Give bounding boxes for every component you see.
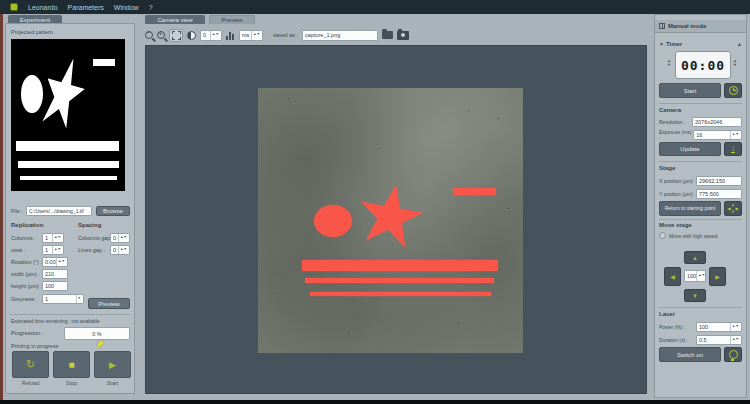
printing-status: Printing in progress (11, 343, 58, 349)
timer-display: 00:00 (675, 51, 731, 79)
x-position-label: X position (µm) : (659, 178, 696, 184)
timer-start-button[interactable]: Start (659, 83, 721, 98)
columns-gap-stepper[interactable]: 0▲▼ (110, 233, 130, 243)
rotation-stepper[interactable]: 0.00▲▼ (42, 257, 68, 267)
move-up-button[interactable]: ▲ (684, 251, 706, 264)
columns-gap-label: Columns gap : (78, 235, 113, 241)
stop-caption: Stop (53, 380, 90, 386)
chevron-down-icon: ▼ (76, 295, 81, 303)
power-label: Power (%) : (659, 324, 685, 330)
move-left-button[interactable]: ◀ (664, 267, 681, 286)
stop-icon: ■ (68, 359, 74, 370)
update-button[interactable]: Update (659, 142, 721, 156)
stop-button[interactable]: ■ (53, 351, 90, 378)
red-bar-2 (305, 278, 494, 283)
grid-icon (659, 23, 665, 29)
high-speed-label: Move with high speed (669, 233, 717, 239)
exposure-field[interactable]: 16▲▼ (693, 130, 742, 140)
timer-left-spinner[interactable]: ▲▼ (667, 59, 671, 67)
start-caption: Start (94, 380, 131, 386)
exposure-stepper[interactable]: ms▲▼ (239, 30, 263, 41)
y-position-field[interactable]: 775.500 (696, 189, 742, 199)
laser-bulb-button[interactable] (724, 347, 742, 362)
high-speed-checkbox[interactable] (659, 232, 666, 239)
contrast-icon[interactable] (187, 31, 196, 40)
reload-icon: ↻ (26, 358, 35, 371)
caret-down-icon[interactable]: ▼ (659, 41, 664, 47)
spinner-arrows-icon[interactable]: ▲▼ (251, 31, 260, 40)
red-rect (453, 188, 496, 195)
roi-toggle-button[interactable] (169, 29, 183, 42)
pattern-bar-1 (16, 141, 120, 152)
timer-right-spinner[interactable]: ▲▼ (733, 59, 737, 67)
switch-on-button[interactable]: Switch on (659, 347, 721, 362)
timer-clock-button[interactable] (724, 83, 742, 98)
spinner-arrows-icon[interactable]: ▲▼ (210, 31, 219, 40)
timer-title: Timer (666, 41, 682, 47)
pattern-star (35, 53, 92, 134)
camera-update-icon-button[interactable]: ↓ (724, 142, 742, 156)
spinner-arrows-icon[interactable]: ▲▼ (730, 336, 739, 344)
laser-title: Laser (659, 311, 675, 317)
zoom-level-stepper[interactable]: 0▲▼ (200, 30, 222, 41)
move-right-button[interactable]: ▶ (709, 267, 726, 286)
menu-item-window[interactable]: Window (114, 4, 139, 11)
capture-filename-field[interactable]: capture_1.png (302, 30, 378, 41)
divider (659, 161, 742, 162)
pattern-bar-2 (18, 161, 119, 169)
collapse-icon[interactable]: ▲ (737, 41, 742, 47)
panel-header: Manual mode (655, 20, 746, 33)
spinner-arrows-icon[interactable]: ▲▼ (56, 258, 65, 266)
preview-button[interactable]: Preview (88, 298, 130, 309)
duration-label: Duration (s) : (659, 337, 688, 343)
pattern-ellipse (21, 75, 43, 113)
open-folder-icon[interactable] (382, 31, 393, 39)
lines-gap-stepper[interactable]: 0▲▼ (110, 245, 130, 255)
spinner-arrows-icon[interactable]: ▲▼ (118, 246, 127, 254)
start-button[interactable]: ▶ (94, 351, 131, 378)
divider (659, 103, 742, 104)
red-bar-1 (302, 260, 498, 271)
menu-item-app[interactable]: Leonardo (28, 4, 58, 11)
tab-preview[interactable]: Preview (209, 15, 255, 24)
menu-item-help[interactable]: ? (149, 4, 153, 11)
camera-toolbar: − + 0▲▼ ms▲▼ saved as : capture_1.png (145, 27, 409, 43)
menu-item-parameters[interactable]: Parameters (68, 4, 104, 11)
greyness-dropdown[interactable]: 1▼ (42, 294, 84, 304)
control-panel: Manual mode ▼ Timer ▲ ▲▼ 00:00 ▲▼ Start … (654, 14, 747, 398)
reload-button[interactable]: ↻ (12, 351, 49, 378)
step-size-stepper[interactable]: 100▲▼ (684, 270, 706, 282)
divider (659, 307, 742, 308)
app-logo-icon (10, 3, 18, 11)
file-path-field[interactable]: C:/Users/.../drawing_1.tif (26, 206, 92, 216)
spinner-arrows-icon[interactable]: ▲▼ (696, 271, 705, 281)
camera-snapshot-icon[interactable] (397, 31, 409, 40)
return-start-button[interactable]: Return to starting point (659, 201, 721, 216)
stage-move-icon-button[interactable]: ▲▼ ◀▶ (724, 201, 742, 216)
histogram-icon[interactable] (226, 31, 235, 40)
clock-icon (729, 86, 738, 95)
move-down-button[interactable]: ▼ (684, 289, 706, 302)
resolution-label: Resolution : (659, 119, 685, 125)
camera-title: Camera (659, 107, 681, 113)
camera-image[interactable] (258, 88, 523, 353)
left-edge-strip (0, 14, 3, 400)
power-stepper[interactable]: 100▲▼ (696, 322, 742, 332)
y-position-label: Y position (µm) : (659, 191, 695, 197)
zoom-out-icon[interactable]: − (145, 31, 153, 39)
tab-camera-view[interactable]: Camera view (145, 15, 205, 24)
panel-title: Manual mode (668, 23, 706, 29)
reload-caption: Reload (12, 380, 49, 386)
browse-button[interactable]: Browse (96, 206, 130, 216)
spinner-arrows-icon[interactable]: ▲▼ (730, 131, 739, 139)
width-field[interactable]: 210 (42, 269, 68, 279)
height-field[interactable]: 100 (42, 281, 68, 291)
duration-stepper[interactable]: 0.5▲▼ (696, 335, 742, 345)
spinner-arrows-icon[interactable]: ▲▼ (118, 234, 127, 242)
red-star (354, 179, 427, 253)
x-position-field[interactable]: 29662.150 (696, 176, 742, 186)
zoom-in-icon[interactable]: + (157, 31, 165, 39)
spinner-arrows-icon[interactable]: ▲▼ (730, 323, 739, 331)
progression-field[interactable]: 0 % (64, 327, 130, 340)
pattern-rect (93, 59, 115, 67)
